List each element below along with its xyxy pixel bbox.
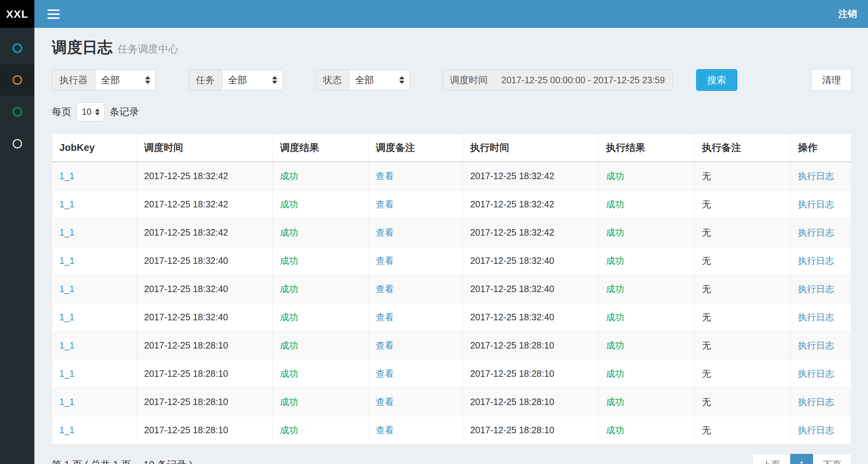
jobkey-link[interactable]: 1_1 (59, 284, 75, 294)
execution-log-link[interactable]: 执行日志 (798, 397, 834, 407)
job-filter: 任务 全部 (188, 69, 283, 90)
handle-msg: 无 (702, 199, 711, 209)
trigger-msg-link[interactable]: 查看 (376, 425, 394, 435)
trigger-time: 2017-12-25 18:28:10 (144, 397, 228, 407)
execution-log-link[interactable]: 执行日志 (798, 199, 834, 209)
status-filter: 状态 全部 (315, 69, 410, 90)
handle-msg: 无 (702, 425, 711, 435)
column-header-8[interactable]: 操作 (791, 134, 851, 162)
trigger-msg-link[interactable]: 查看 (376, 256, 394, 266)
execution-log-link[interactable]: 执行日志 (798, 227, 834, 237)
job-filter-label: 任务 (188, 69, 222, 90)
trigger-msg-link[interactable]: 查看 (376, 199, 394, 209)
column-header-1[interactable]: JobKey (52, 134, 137, 162)
trigger-msg-link[interactable]: 查看 (376, 284, 394, 294)
jobkey-link[interactable]: 1_1 (59, 340, 75, 350)
column-header-6[interactable]: 执行结果 (599, 134, 695, 162)
table-row: 1_12017-12-25 18:32:42成功查看2017-12-25 18:… (52, 190, 851, 219)
clear-button[interactable]: 清理 (812, 69, 851, 91)
handle-time: 2017-12-25 18:32:40 (470, 284, 554, 294)
execution-log-link[interactable]: 执行日志 (798, 256, 834, 266)
handle-msg: 无 (702, 171, 711, 181)
trigger-result: 成功 (280, 256, 298, 266)
circle-icon (13, 139, 22, 148)
logout-link[interactable]: 注销 (838, 8, 857, 20)
trigger-time: 2017-12-25 18:32:42 (144, 199, 228, 209)
trigger-time: 2017-12-25 18:32:42 (144, 171, 228, 181)
status-filter-label: 状态 (315, 69, 349, 90)
trigger-result: 成功 (280, 171, 298, 181)
column-header-4[interactable]: 调度备注 (368, 134, 463, 162)
column-header-3[interactable]: 调度结果 (273, 134, 368, 162)
trigger-time: 2017-12-25 18:32:42 (144, 227, 228, 237)
jobkey-link[interactable]: 1_1 (59, 171, 75, 181)
execution-log-link[interactable]: 执行日志 (798, 312, 834, 322)
status-select[interactable]: 全部 (349, 69, 410, 90)
execution-log-link[interactable]: 执行日志 (798, 171, 834, 181)
handle-result: 成功 (606, 312, 624, 322)
page-header: 调度日志 任务调度中心 (52, 37, 851, 58)
trigger-result: 成功 (280, 340, 298, 350)
jobkey-link[interactable]: 1_1 (59, 199, 75, 209)
handle-msg: 无 (702, 368, 711, 379)
column-header-7[interactable]: 执行备注 (695, 134, 791, 162)
trigger-result: 成功 (280, 312, 298, 322)
jobkey-link[interactable]: 1_1 (59, 312, 75, 322)
handle-result: 成功 (606, 284, 624, 294)
jobkey-link[interactable]: 1_1 (59, 368, 75, 379)
trigger-time: 2017-12-25 18:32:40 (144, 284, 228, 294)
jobkey-link[interactable]: 1_1 (59, 227, 75, 237)
page-size-select-value: 10 (82, 107, 92, 117)
sidebar-toggle-button[interactable] (47, 9, 60, 19)
next-page-button[interactable]: 下页 (813, 454, 851, 464)
prev-page-button[interactable]: 上页 (752, 454, 791, 464)
execution-log-link[interactable]: 执行日志 (798, 284, 834, 294)
handle-msg: 无 (702, 397, 711, 407)
handle-msg: 无 (702, 284, 711, 294)
table-header-row: JobKey调度时间调度结果调度备注执行时间执行结果执行备注操作 (52, 134, 851, 162)
table-row: 1_12017-12-25 18:28:10成功查看2017-12-25 18:… (52, 360, 851, 388)
sidebar-item-4[interactable] (0, 128, 34, 160)
trigger-time: 2017-12-25 18:28:10 (144, 368, 228, 379)
handle-time: 2017-12-25 18:32:42 (470, 171, 554, 181)
handle-time: 2017-12-25 18:28:10 (470, 368, 554, 379)
sidebar-item-1[interactable] (0, 32, 34, 64)
handle-time: 2017-12-25 18:28:10 (470, 340, 554, 350)
execution-log-link[interactable]: 执行日志 (798, 368, 834, 379)
trigger-result: 成功 (280, 397, 298, 407)
trigger-result: 成功 (280, 227, 298, 237)
sidebar-item-2[interactable] (0, 64, 34, 96)
sidebar-item-3[interactable] (0, 96, 34, 128)
page-size-suffix-label: 条记录 (110, 105, 139, 118)
jobkey-link[interactable]: 1_1 (59, 397, 75, 407)
handle-msg: 无 (702, 227, 711, 237)
trigger-msg-link[interactable]: 查看 (376, 171, 394, 181)
trigger-msg-link[interactable]: 查看 (376, 340, 394, 350)
trigger-time-filter-label: 调度时间 (442, 69, 495, 90)
jobkey-link[interactable]: 1_1 (59, 256, 75, 266)
search-button[interactable]: 搜索 (696, 69, 737, 91)
page-1-button[interactable]: 1 (790, 454, 813, 464)
column-header-5[interactable]: 执行时间 (463, 134, 598, 162)
trigger-time-range-input[interactable] (495, 69, 673, 90)
app-logo[interactable]: XXL (0, 0, 34, 28)
app-logo-text: XXL (6, 8, 28, 20)
trigger-msg-link[interactable]: 查看 (376, 368, 394, 379)
handle-msg: 无 (702, 256, 711, 266)
trigger-result: 成功 (280, 199, 298, 209)
page-size-select[interactable]: 10 (76, 102, 105, 121)
handle-time: 2017-12-25 18:32:42 (470, 199, 554, 209)
execution-log-link[interactable]: 执行日志 (798, 340, 834, 350)
trigger-msg-link[interactable]: 查看 (376, 312, 394, 322)
sidebar (0, 28, 34, 464)
trigger-msg-link[interactable]: 查看 (376, 227, 394, 237)
trigger-time: 2017-12-25 18:28:10 (144, 425, 228, 435)
trigger-msg-link[interactable]: 查看 (376, 397, 394, 407)
executor-select[interactable]: 全部 (95, 69, 156, 90)
column-header-2[interactable]: 调度时间 (137, 134, 273, 162)
handle-msg: 无 (702, 340, 711, 350)
job-select[interactable]: 全部 (222, 69, 283, 90)
page-size-prefix-label: 每页 (52, 105, 71, 118)
jobkey-link[interactable]: 1_1 (59, 425, 75, 435)
execution-log-link[interactable]: 执行日志 (798, 425, 834, 435)
